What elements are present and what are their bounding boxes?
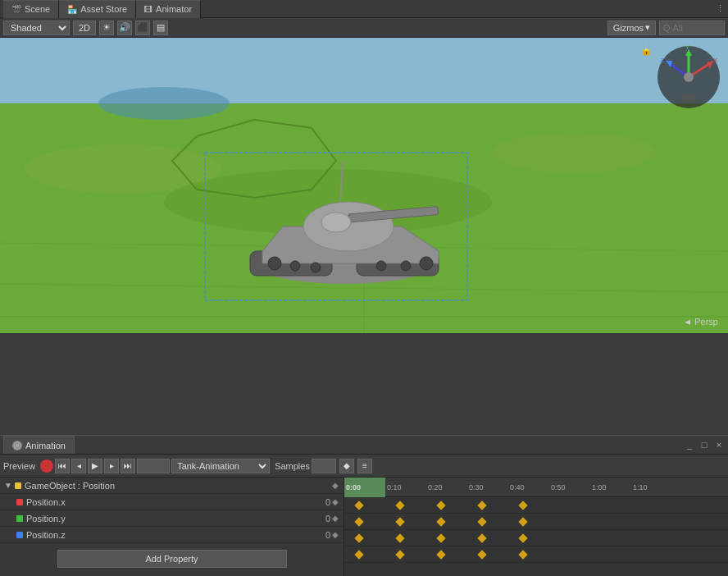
keyframe-x-1[interactable] (395, 517, 404, 526)
animation-clip-select[interactable]: Tank-Animation (171, 459, 270, 473)
samples-label: Samples (275, 461, 310, 471)
add-property-button[interactable]: Add Property (57, 550, 287, 568)
keyframe-y-4[interactable] (518, 533, 527, 542)
play-button[interactable]: ▶ (88, 459, 102, 473)
panel-options-icon[interactable]: ⋮ (716, 3, 725, 14)
keyframe-z-1[interactable] (395, 550, 404, 559)
step-back-button[interactable]: ◂ (71, 459, 86, 473)
svg-point-36 (684, 72, 694, 82)
svg-point-25 (420, 257, 433, 270)
tab-scene[interactable]: 🎬 Scene (3, 0, 59, 18)
track-y-value: 0 (314, 514, 330, 523)
track-y-label: Position.y (26, 514, 314, 523)
timeline-x-row (344, 514, 728, 530)
asset-store-icon: 🏪 (67, 5, 77, 14)
persp-label: ◄ Persp (683, 317, 718, 327)
gizmos-chevron: ▾ (645, 22, 650, 33)
track-root[interactable]: ▼ GameObject : Position ◆ (0, 478, 344, 494)
ruler-mark-0: 0:00 (346, 483, 361, 491)
track-y-keyframe[interactable]: ◆ (330, 514, 340, 523)
animation-tab-label: Animation (25, 441, 66, 450)
scene-viewport[interactable]: Y X Z 🔒 ◄ Persp (0, 38, 728, 333)
ruler-mark-30: 0:30 (469, 483, 484, 491)
keyframe-x-0[interactable] (354, 517, 363, 526)
lock-icon[interactable]: 🔒 (640, 44, 653, 56)
keyframe-y-2[interactable] (436, 533, 445, 542)
timeline-z-row (344, 546, 728, 563)
keyframe-x-3[interactable] (477, 517, 486, 526)
tab-scene-label: Scene (25, 4, 50, 14)
keyframe-x-2[interactable] (436, 517, 445, 526)
animator-icon: 🎞 (144, 5, 152, 14)
tab-animator[interactable]: 🎞 Animator (136, 0, 201, 18)
samples-input[interactable]: 60 (312, 459, 336, 473)
svg-text:Y: Y (685, 44, 690, 51)
svg-point-19 (321, 213, 351, 232)
go-to-start-button[interactable]: ⏮ (55, 459, 70, 473)
track-z-keyframe[interactable]: ◆ (330, 530, 340, 540)
keyframe-x-4[interactable] (518, 517, 527, 526)
minimize-icon[interactable]: _ (684, 439, 695, 450)
scene-search-input[interactable] (659, 21, 725, 35)
track-y-color (16, 515, 23, 522)
gizmos-btn[interactable]: Gizmos ▾ (607, 21, 656, 35)
lighting-icon-btn[interactable]: ☀ (99, 21, 114, 35)
audio-icon-btn[interactable]: 🔊 (117, 21, 132, 35)
add-keyframe-button[interactable]: ◆ (339, 459, 354, 473)
track-position-z[interactable]: Position.z 0 ◆ (0, 527, 344, 543)
ruler-mark-100: 1:00 (592, 483, 607, 491)
anim-header-icons: _ □ × (684, 439, 725, 450)
track-z-label: Position.z (26, 530, 314, 540)
svg-line-18 (340, 161, 343, 202)
timeline-panel[interactable]: 0:00 0:10 0:20 0:30 0:40 0:50 1:00 1:10 (344, 478, 728, 576)
track-panel: ▼ GameObject : Position ◆ Position.x 0 ◆… (0, 478, 344, 576)
maximize-icon[interactable]: □ (698, 439, 710, 450)
track-position-x[interactable]: Position.x 0 ◆ (0, 494, 344, 510)
2d-toggle[interactable]: 2D (73, 21, 96, 35)
tab-asset-store[interactable]: 🏪 Asset Store (59, 0, 136, 18)
keyframe-options-button[interactable]: ≡ (357, 459, 372, 473)
track-z-color (16, 532, 23, 538)
step-forward-button[interactable]: ▸ (104, 459, 119, 473)
navigation-gizmo[interactable]: Y X Z (656, 44, 721, 110)
keyframe-root-0[interactable] (354, 501, 363, 510)
keyframe-root-1[interactable] (395, 501, 404, 510)
track-expand-icon[interactable]: ▼ (3, 481, 13, 491)
svg-point-37 (679, 93, 698, 103)
track-root-keyframe[interactable]: ◆ (330, 481, 340, 491)
svg-point-20 (268, 257, 281, 270)
track-x-keyframe[interactable]: ◆ (330, 497, 340, 507)
animation-panel: Animation _ □ × Preview ⏮ ◂ ▶ ▸ ⏭ 0 Tank… (0, 435, 728, 576)
animation-header: Animation _ □ × (0, 435, 728, 455)
svg-point-22 (311, 263, 321, 272)
track-position-y[interactable]: Position.y 0 ◆ (0, 510, 344, 527)
scene-layer-btn[interactable]: ▤ (153, 21, 168, 35)
fx-icon-btn[interactable]: ⬛ (135, 21, 150, 35)
keyframe-z-2[interactable] (436, 550, 445, 559)
keyframe-z-0[interactable] (354, 550, 363, 559)
shading-mode-select[interactable]: Shaded Wireframe (3, 21, 70, 35)
scene-icon: 🎬 (11, 5, 21, 14)
animation-tab[interactable]: Animation (3, 436, 75, 454)
svg-point-23 (376, 261, 386, 271)
keyframe-y-1[interactable] (395, 533, 404, 542)
keyframe-root-2[interactable] (436, 501, 445, 510)
animation-controls: Preview ⏮ ◂ ▶ ▸ ⏭ 0 Tank-Animation Sampl… (0, 455, 728, 478)
keyframe-y-0[interactable] (354, 533, 363, 542)
preview-label: Preview (3, 461, 35, 471)
time-input[interactable]: 0 (137, 459, 170, 473)
ruler-mark-110: 1:10 (633, 483, 648, 491)
svg-point-3 (492, 132, 656, 173)
keyframe-y-3[interactable] (477, 533, 486, 542)
keyframe-z-3[interactable] (477, 550, 486, 559)
ruler-mark-20: 0:20 (428, 483, 443, 491)
record-button[interactable] (40, 459, 53, 473)
keyframe-root-3[interactable] (477, 501, 486, 510)
keyframe-z-4[interactable] (518, 550, 527, 559)
track-root-color (15, 482, 21, 489)
keyframe-root-4[interactable] (518, 501, 527, 510)
track-z-value: 0 (314, 530, 330, 540)
ruler-mark-40: 0:40 (510, 483, 525, 491)
close-icon[interactable]: × (713, 439, 725, 450)
go-to-end-button[interactable]: ⏭ (121, 459, 135, 473)
